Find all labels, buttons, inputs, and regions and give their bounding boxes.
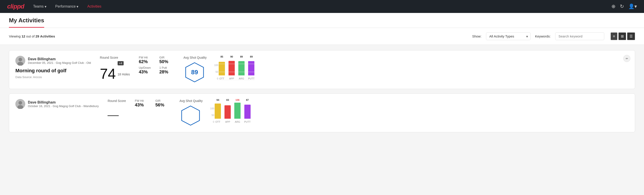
round-score-section: Round Score 74 +4 18 Holes <box>100 56 130 81</box>
bar-label-top-arg: 89 <box>240 55 243 58</box>
bar-label-top-putt: 89 <box>250 55 252 58</box>
bar-label-top-ott: 85 <box>220 55 223 58</box>
viewing-text: Viewing 12 out of 29 Activities <box>9 34 468 38</box>
view-toggle: ≡ ⊞ ☰ <box>610 32 635 40</box>
stat-value: 28% <box>159 70 174 74</box>
bar-putt-fill <box>248 61 254 76</box>
round-score-section-2: Round Score <box>108 99 126 116</box>
score-badge: +4 <box>118 61 124 65</box>
avg-shot-quality-section-2: Avg Shot Quality 100 50 0 <box>180 99 628 127</box>
bar-ott-2: 94 OTT <box>215 98 221 123</box>
round-score-label: Round Score <box>100 56 130 59</box>
user-row: Dave Billingham December 05, 2021 · Gog … <box>16 56 91 66</box>
stat-label: GIR <box>155 99 170 102</box>
bar-app-fill <box>228 61 235 76</box>
logo[interactable]: clippd <box>7 3 24 10</box>
hex-shape-2 <box>180 106 200 126</box>
refresh-icon[interactable]: ↻ <box>620 4 624 9</box>
edit-button[interactable]: ✏ <box>623 55 630 62</box>
bar-app-2: 83 APP <box>224 98 231 123</box>
svg-marker-7 <box>182 106 200 125</box>
user-info-2: Dave Billingham October 16, 2021 · Gog M… <box>28 100 99 108</box>
bar-ott-fill <box>219 62 225 76</box>
user-date-2: October 16, 2021 · Gog Magog Golf Club -… <box>28 104 99 108</box>
y-label-100: 100 <box>212 64 218 66</box>
y-label-0: 0 <box>212 77 218 80</box>
main-content: Dave Billingham December 05, 2021 · Gog … <box>0 45 644 142</box>
data-source: Data Source: Arccos <box>16 76 91 79</box>
score-holes: 18 Holes <box>118 72 130 78</box>
activity-card: Dave Billingham December 05, 2021 · Gog … <box>9 50 635 89</box>
y-label-0-2: 0 <box>208 120 214 123</box>
bar-xlabel-putt: PUTT <box>248 77 254 80</box>
hex-value: 89 <box>191 69 198 76</box>
y-label-100-2: 100 <box>208 107 214 110</box>
bar-arg: 89 ARG <box>238 55 244 80</box>
nav-performance[interactable]: Performance ▾ <box>55 4 78 9</box>
round-score-label-2: Round Score <box>108 99 126 103</box>
nav-left: clippd Teams ▾ Performance ▾ Activities <box>7 3 101 10</box>
show-label: Show: <box>472 34 482 38</box>
stats-section-2: FW Hit 43% GIR 56% <box>135 99 170 108</box>
bar-xlabel-arg: ARG <box>239 77 244 80</box>
score-dash <box>108 105 119 116</box>
page-title: My Activities <box>9 17 44 28</box>
avg-shot-quality-label: Avg Shot Quality <box>184 56 207 59</box>
score-number: 74 <box>100 67 116 81</box>
stats-section: FW Hit 62% GIR 50% Up/Down 43% 1 Putt 28… <box>139 56 174 74</box>
hex-shape: 89 <box>184 62 205 82</box>
stat-fw-hit: FW Hit 62% <box>139 56 154 64</box>
stat-label: 1 Putt <box>159 66 174 70</box>
svg-point-5 <box>18 101 22 105</box>
stat-value: 62% <box>139 59 154 64</box>
stat-fw-hit-2: FW Hit 43% <box>135 99 150 108</box>
bar-xlabel-app: APP <box>229 77 234 80</box>
user-name-2: Dave Billingham <box>28 100 99 104</box>
bar-xlabel-ott: OTT <box>219 77 224 80</box>
stats-grid: FW Hit 62% GIR 50% Up/Down 43% 1 Putt 28… <box>139 56 174 74</box>
hex-container: 89 <box>184 61 206 84</box>
stat-value: 56% <box>155 102 170 108</box>
stat-label: Up/Down <box>139 66 154 70</box>
bar-chart: 85 OTT 90 APP <box>219 59 254 80</box>
bar-chart-container-2: 100 50 0 94 OTT 83 <box>208 103 250 123</box>
add-icon[interactable]: ⊕ <box>612 4 616 9</box>
grid-view-button[interactable]: ⊞ <box>618 32 626 40</box>
chevron-down-icon: ▾ <box>76 4 78 9</box>
stat-gir-2: GIR 56% <box>155 99 170 108</box>
bar-arg-2: 106 ARG <box>234 98 240 123</box>
y-label-50-2: 50 <box>208 114 214 116</box>
stat-label: GIR <box>159 56 174 59</box>
bar-putt: 89 PUTT <box>248 55 254 80</box>
bar-chart-2: 94 OTT 83 APP <box>215 103 250 123</box>
stat-gir: GIR 50% <box>159 56 174 64</box>
user-row-2: Dave Billingham October 16, 2021 · Gog M… <box>16 99 99 109</box>
activity-card-2: Dave Billingham October 16, 2021 · Gog M… <box>9 94 635 132</box>
avatar-2 <box>16 99 25 109</box>
keywords-label: Keywords: <box>535 34 551 38</box>
stat-value: 43% <box>139 70 154 74</box>
activity-type-select-wrapper[interactable]: All Activity Types <box>486 32 531 40</box>
nav-activities[interactable]: Activities <box>87 4 101 8</box>
stat-updown: Up/Down 43% <box>139 66 154 74</box>
list-view-button[interactable]: ≡ <box>610 32 618 40</box>
card-left: Dave Billingham December 05, 2021 · Gog … <box>16 56 91 79</box>
stat-label: FW Hit <box>135 99 150 102</box>
round-score-display: 74 +4 18 Holes <box>100 61 130 81</box>
user-icon[interactable]: 👤▾ <box>628 4 637 9</box>
avg-shot-quality-section: Avg Shot Quality 89 100 50 0 <box>184 56 628 84</box>
svg-point-1 <box>18 58 22 61</box>
page-header: My Activities <box>0 13 644 28</box>
hex-container-2 <box>180 104 202 127</box>
navbar: clippd Teams ▾ Performance ▾ Activities … <box>0 0 644 13</box>
nav-teams[interactable]: Teams ▾ <box>33 4 46 9</box>
compact-view-button[interactable]: ☰ <box>627 32 635 40</box>
stat-label: FW Hit <box>139 56 154 59</box>
stat-value: 43% <box>135 102 150 108</box>
stats-grid-2: FW Hit 43% GIR 56% <box>135 99 170 108</box>
activity-type-select[interactable]: All Activity Types <box>486 32 531 40</box>
search-input[interactable] <box>555 32 604 40</box>
bar-app: 90 APP <box>228 55 235 80</box>
bar-chart-container: 100 50 0 85 <box>212 59 254 80</box>
stat-1putt: 1 Putt 28% <box>159 66 174 74</box>
